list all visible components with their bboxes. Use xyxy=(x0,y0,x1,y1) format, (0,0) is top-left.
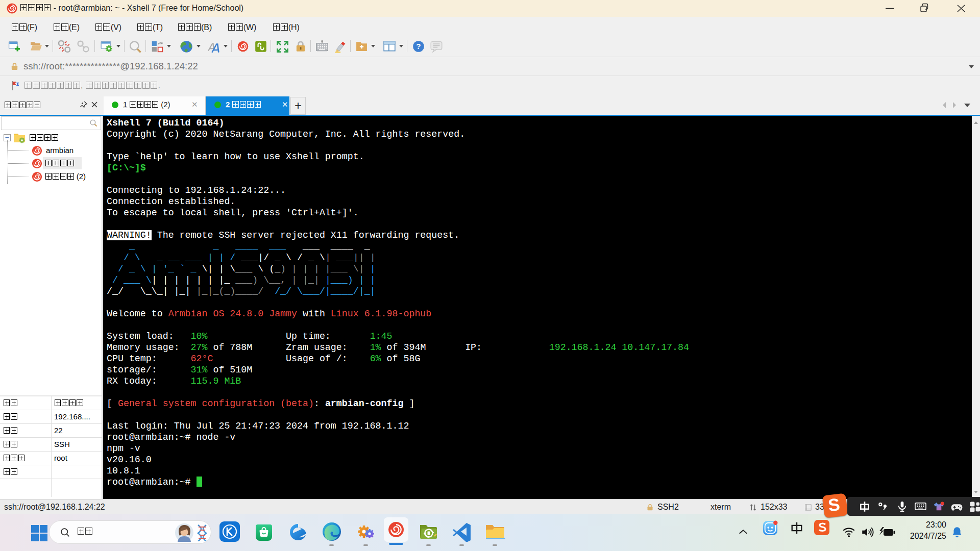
svg-text:?: ? xyxy=(416,42,421,51)
